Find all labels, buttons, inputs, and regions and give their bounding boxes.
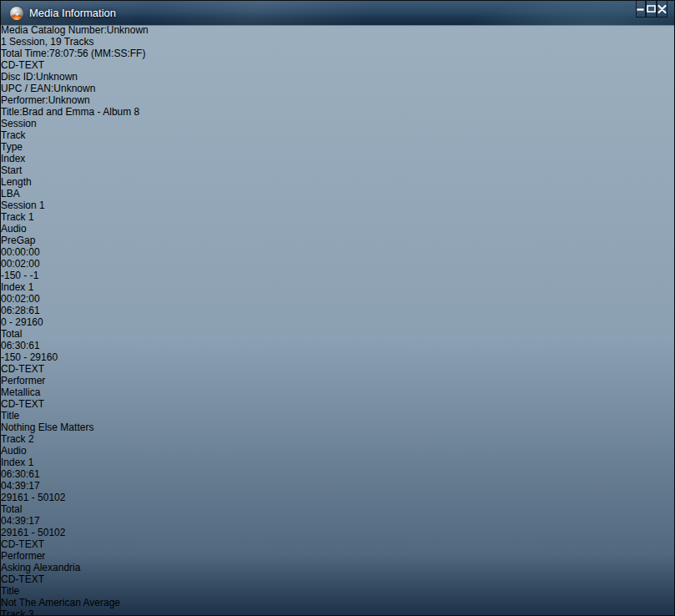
table-cell: Audio bbox=[1, 445, 674, 457]
table-row[interactable]: CD-TEXTPerformerMetallica bbox=[1, 363, 674, 398]
column-header-lba[interactable]: LBA bbox=[1, 188, 674, 199]
column-header-type[interactable]: Type bbox=[1, 141, 674, 153]
table-cell: Track 3 bbox=[1, 608, 674, 616]
table-cell: CD-TEXT bbox=[1, 573, 674, 585]
table-cell: Title bbox=[1, 585, 674, 597]
table-cell: 06:28:61 bbox=[1, 305, 674, 316]
cdtext-fields: Disc ID:Unknown UPC / EAN:Unknown Perfor… bbox=[1, 71, 674, 118]
disc-id-value: Unknown bbox=[36, 71, 78, 83]
table-cell: 00:00:00 bbox=[1, 246, 674, 258]
title-label: Title: bbox=[1, 106, 23, 118]
performer-row: Performer:Unknown bbox=[1, 94, 674, 106]
table-cell: Asking Alexandria bbox=[1, 562, 674, 573]
table-cell: Performer bbox=[1, 550, 674, 562]
title-value: Brad and Emma - Album 8 bbox=[23, 106, 140, 118]
table-cell: Performer bbox=[1, 375, 674, 386]
performer-value: Unknown bbox=[48, 94, 90, 106]
table-cell: -150 - 29160 bbox=[1, 351, 674, 363]
title-row: Title:Brad and Emma - Album 8 bbox=[1, 106, 674, 118]
column-header-session[interactable]: Session bbox=[1, 118, 674, 129]
table-cell: Title bbox=[1, 410, 674, 422]
close-button[interactable] bbox=[657, 1, 667, 18]
table-cell: 29161 - 50102 bbox=[1, 527, 674, 538]
table-row[interactable]: CD-TEXTTitleNothing Else Matters bbox=[1, 398, 674, 433]
table-row[interactable]: Track 3AudioIndex 111:10:0305:02:3450103… bbox=[1, 608, 674, 616]
minimize-icon bbox=[637, 8, 645, 11]
session-track-count: 1 Session, 19 Tracks bbox=[1, 36, 674, 48]
table-cell: 0 - 29160 bbox=[1, 316, 674, 328]
window-title: Media Information bbox=[29, 7, 116, 19]
upc-ean-value: Unknown bbox=[53, 83, 95, 94]
total-time-value: 78:07:56 (MM:SS:FF) bbox=[49, 48, 145, 59]
column-header-track[interactable]: Track bbox=[1, 129, 674, 141]
cdtext-groupbox: CD-TEXT Disc ID:Unknown UPC / EAN:Unknow… bbox=[1, 59, 674, 118]
table-row[interactable]: CD-TEXTPerformerAsking Alexandria bbox=[1, 538, 674, 573]
total-time-label: Total Time: bbox=[1, 48, 49, 59]
table-cell: 00:02:00 bbox=[1, 258, 674, 270]
dialog-client-area: Information Volume Label:Brad and Emma -… bbox=[1, 1, 674, 616]
table-cell: Total bbox=[1, 503, 674, 515]
caption-buttons bbox=[636, 1, 667, 18]
table-cell: 06:30:61 bbox=[1, 340, 674, 351]
performer-label: Performer: bbox=[1, 94, 48, 106]
table-cell: 06:30:61 bbox=[1, 468, 674, 480]
total-time-row: Total Time:78:07:56 (MM:SS:FF) bbox=[1, 48, 674, 59]
table-cell: Total bbox=[1, 328, 674, 340]
table-cell: PreGap bbox=[1, 235, 674, 246]
table-cell: -150 - -1 bbox=[1, 270, 674, 281]
table-cell: Audio bbox=[1, 223, 674, 235]
column-header-start[interactable]: Start bbox=[1, 164, 674, 176]
track-table-body: Session 1Track 1AudioPreGap00:00:0000:02… bbox=[1, 199, 674, 616]
maximize-button[interactable] bbox=[646, 1, 657, 18]
media-catalog-number-row: Media Catalog Number:Unknown bbox=[1, 24, 674, 36]
table-cell: 04:39:17 bbox=[1, 480, 674, 492]
table-cell: 29161 - 50102 bbox=[1, 492, 674, 503]
table-cell: CD-TEXT bbox=[1, 398, 674, 410]
table-cell: CD-TEXT bbox=[1, 538, 674, 550]
column-header-length[interactable]: Length bbox=[1, 176, 674, 188]
close-icon bbox=[657, 5, 667, 13]
table-cell: Session 1 bbox=[1, 199, 674, 211]
table-cell: 04:39:17 bbox=[1, 515, 674, 527]
table-cell: Not The American Average bbox=[1, 597, 674, 608]
disc-hole-icon-part bbox=[15, 12, 19, 16]
media-information-window: Media Information Information bbox=[0, 0, 675, 616]
minimize-button[interactable] bbox=[636, 1, 646, 18]
media-catalog-number-value: Unknown bbox=[107, 24, 149, 36]
track-table-header: SessionTrackTypeIndexStartLengthLBA bbox=[1, 118, 674, 199]
table-row[interactable]: Track 2AudioIndex 106:30:6104:39:1729161… bbox=[1, 433, 674, 503]
disc-id-label: Disc ID: bbox=[1, 71, 36, 83]
table-cell: 00:02:00 bbox=[1, 293, 674, 305]
table-row[interactable]: CD-TEXTTitleNot The American Average bbox=[1, 573, 674, 608]
table-row[interactable]: Index 100:02:0006:28:610 - 29160 bbox=[1, 281, 674, 328]
media-catalog-number-label: Media Catalog Number: bbox=[1, 24, 107, 36]
column-header-index[interactable]: Index bbox=[1, 153, 674, 164]
table-cell: Nothing Else Matters bbox=[1, 422, 674, 433]
table-cell: Track 2 bbox=[1, 433, 674, 445]
table-cell: Metallica bbox=[1, 386, 674, 398]
cdtext-group-label: CD-TEXT bbox=[1, 59, 674, 71]
upc-ean-row: UPC / EAN:Unknown bbox=[1, 83, 674, 94]
table-row[interactable]: Total06:30:61-150 - 29160 bbox=[1, 328, 674, 363]
maximize-icon bbox=[647, 5, 656, 13]
table-row[interactable]: Session 1Track 1AudioPreGap00:00:0000:02… bbox=[1, 199, 674, 281]
table-cell: Index 1 bbox=[1, 281, 674, 293]
table-row[interactable]: Total04:39:1729161 - 50102 bbox=[1, 503, 674, 538]
table-cell: CD-TEXT bbox=[1, 363, 674, 375]
table-cell: Track 1 bbox=[1, 211, 674, 223]
upc-ean-label: UPC / EAN: bbox=[1, 83, 53, 94]
track-listview: SessionTrackTypeIndexStartLengthLBA Sess… bbox=[1, 118, 674, 616]
session-summary-block: 1 Session, 19 Tracks Total Time:78:07:56… bbox=[1, 36, 674, 59]
table-cell: Index 1 bbox=[1, 457, 674, 468]
disc-icon bbox=[10, 7, 23, 20]
disc-id-row: Disc ID:Unknown bbox=[1, 71, 674, 83]
title-bar[interactable]: Media Information bbox=[1, 1, 674, 26]
